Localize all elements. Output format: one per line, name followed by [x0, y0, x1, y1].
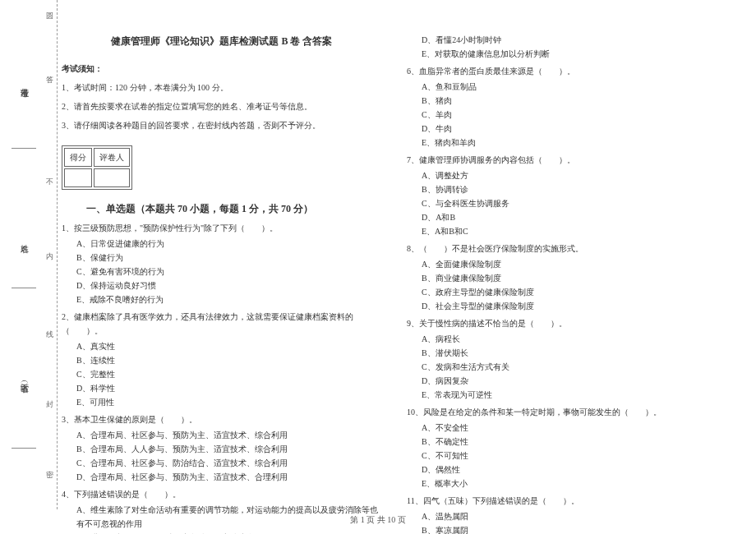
- question-stem: 9、关于慢性病的描述不恰当的是（ ）。: [407, 316, 727, 330]
- question-option: A、日常促进健康的行为: [76, 237, 382, 251]
- question-option: A、真实性: [76, 339, 382, 353]
- question-option: C、政府主导型的健康保险制度: [422, 285, 727, 299]
- question-stem: 7、健康管理师协调服务的内容包括（ ）。: [407, 153, 727, 167]
- question-option: C、不可知性: [422, 449, 727, 463]
- question-option: C、避免有害环境的行为: [76, 265, 382, 279]
- question-option: D、科学性: [76, 381, 382, 395]
- question-option: D、看懂24小时制时钟: [422, 33, 727, 47]
- question-stem: 8、（ ）不是社会医疗保险制度的实施形式。: [407, 242, 727, 255]
- question-stem: 4、下列描述错误的是（ ）。: [62, 487, 382, 501]
- question-option: E、对获取的健康信息加以分析判断: [422, 47, 727, 61]
- grader-header: 评卷人: [94, 148, 130, 167]
- question-option: E、A和B和C: [422, 224, 727, 238]
- left-column: 健康管理师《理论知识》题库检测试题 B 卷 含答案 考试须知： 1、考试时间：1…: [49, 8, 394, 509]
- question-option: A、调整处方: [422, 168, 727, 182]
- question-option: C、羊肉: [422, 108, 727, 122]
- binding-mark: 线: [44, 325, 55, 328]
- instruction: 2、请首先按要求在试卷的指定位置填写您的姓名、准考证号等信息。: [62, 99, 382, 113]
- question-stem: 3、基本卫生保健的原则是（ ）。: [62, 412, 382, 426]
- question-option: D、社会主导型的健康保险制度: [422, 299, 727, 313]
- binding-mark: 答: [44, 70, 55, 73]
- binding-mark: 密: [44, 464, 55, 467]
- question-option: A、合理布局、社区参与、预防为主、适宜技术、综合利用: [76, 428, 382, 442]
- question-option: E、猪肉和羊肉: [422, 136, 727, 150]
- question-option: E、可用性: [76, 395, 382, 409]
- question-option: A、全面健康保险制度: [422, 257, 727, 271]
- question-option: D、偶然性: [422, 463, 727, 476]
- question-option: E、戒除不良嗜好的行为: [76, 292, 382, 306]
- question-option: D、保持运动良好习惯: [76, 279, 382, 292]
- score-header: 得分: [64, 148, 92, 167]
- part-title: 一、单选题（本题共 70 小题，每题 1 分，共 70 分）: [86, 200, 313, 217]
- question-option: B、不确定性: [422, 435, 727, 449]
- question-option: D、A和B: [422, 210, 727, 224]
- question-option: D、病因复杂: [422, 374, 727, 388]
- question-option: E、概率大小: [422, 476, 727, 490]
- question-option: C、与全科医生协调服务: [422, 196, 727, 210]
- question-option: A、维生素除了对生命活动有重要的调节功能，对运动能力的提高以及疲劳消除等也有不可…: [76, 503, 382, 531]
- score-table: 得分 评卷人: [62, 145, 132, 190]
- question-option: D、牛肉: [422, 122, 727, 136]
- question-option: B、进行耐力性项目锻炼时，注意避免吃高糖膳食: [76, 531, 382, 534]
- question-stem: 1、按三级预防思想，"预防保护性行为"除了下列（ ）。: [62, 221, 382, 235]
- question-option: B、寒凉属阴: [422, 523, 727, 534]
- binding-mark: 内: [44, 246, 55, 250]
- question-option: B、保健行为: [76, 251, 382, 265]
- question-option: B、合理布局、人人参与、预防为主、适宜技术、综合利用: [76, 442, 382, 456]
- question-option: E、常表现为可逆性: [422, 388, 727, 402]
- question-option: B、商业健康保险制度: [422, 271, 727, 285]
- question-option: A、不安全性: [422, 421, 727, 435]
- instruction: 3、请仔细阅读各种题目的回答要求，在密封线内答题，否则不予评分。: [62, 118, 382, 132]
- right-column: D、看懂24小时制时钟E、对获取的健康信息加以分析判断 6、血脂异常者的蛋白质最…: [394, 8, 740, 509]
- question-option: B、协调转诊: [422, 182, 727, 196]
- binding-mark: 封: [44, 394, 55, 398]
- question-option: A、温热属阳: [422, 509, 727, 523]
- question-option: B、猪肉: [422, 94, 727, 108]
- question-stem: 6、血脂异常者的蛋白质最佳来源是（ ）。: [407, 64, 727, 78]
- question-option: B、潜伏期长: [422, 346, 727, 360]
- binding-mark: 不: [44, 173, 55, 176]
- question-option: C、完整性: [76, 367, 382, 381]
- question-option: C、发病和生活方式有关: [422, 360, 727, 374]
- question-option: A、鱼和豆制品: [422, 80, 727, 94]
- question-stem: 11、四气（五味）下列描述错误的是（ ）。: [407, 494, 727, 508]
- question-option: A、病程长: [422, 332, 727, 346]
- question-option: D、合理布局、社区参与、预防为主、适宜技术、合理利用: [76, 470, 382, 484]
- binding-mark: 圆: [44, 7, 55, 10]
- question-stem: 10、风险是在给定的条件和某一特定时期，事物可能发生的（ ）。: [407, 405, 727, 419]
- question-stem: 2、健康档案除了具有医学效力，还具有法律效力，这就需要保证健康档案资料的（ ）。: [62, 310, 382, 338]
- instruction: 1、考试时间：120 分钟，本卷满分为 100 分。: [62, 81, 382, 94]
- question-option: B、连续性: [76, 353, 382, 367]
- question-option: C、合理布局、社区参与、防治结合、适宜技术、综合利用: [76, 456, 382, 470]
- notice-label: 考试须知：: [62, 62, 382, 76]
- exam-title: 健康管理师《理论知识》题库检测试题 B 卷 含答案: [62, 33, 382, 49]
